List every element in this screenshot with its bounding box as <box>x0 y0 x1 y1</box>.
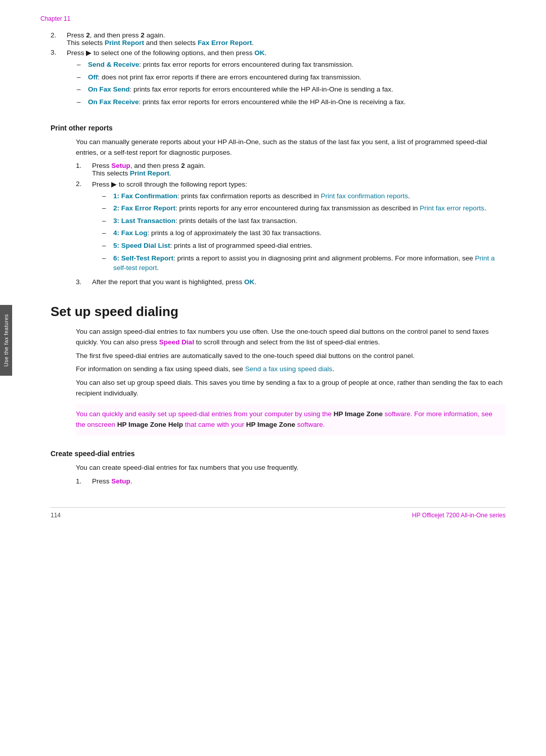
product-name: HP Officejet 7200 All-in-One series <box>412 512 506 519</box>
bullet-off: – Off: does not print fax error reports … <box>77 72 506 82</box>
print-other-reports-heading: Print other reports <box>51 124 506 132</box>
speed-dialing-para2: The first five speed-dial entries are au… <box>76 351 506 362</box>
por-step-3: 3. After the report that you want is hig… <box>76 278 506 286</box>
speed-dialing-para3: For information on sending a fax using s… <box>76 364 506 375</box>
bullet-send-receive: – Send & Receive: prints fax error repor… <box>77 60 506 70</box>
print-other-reports-intro: You can manually generate reports about … <box>51 137 506 158</box>
report-speed-dial-list: – 5: Speed Dial List: prints a list of p… <box>102 241 506 251</box>
step-2-text: Press 2, and then press 2 again. <box>67 31 165 39</box>
report-last-transaction: – 3: Last Transaction: prints details of… <box>102 216 506 226</box>
bullet-on-fax-receive: – On Fax Receive: prints fax error repor… <box>77 97 506 107</box>
report-types-list: – 1: Fax Confirmation: prints fax confir… <box>102 191 506 273</box>
report-fax-error: – 2: Fax Error Report: prints reports fo… <box>102 203 506 213</box>
options-list: – Send & Receive: prints fax error repor… <box>77 60 506 107</box>
step-2-number: 2. <box>51 31 67 47</box>
step-2-sub: This selects Print Report and then selec… <box>67 39 254 47</box>
footer: 114 HP Officejet 7200 All-in-One series <box>51 507 506 519</box>
create-speed-dial-heading: Create speed-dial entries <box>51 450 506 458</box>
bullet-on-fax-send: – On Fax Send: prints fax error reports … <box>77 84 506 95</box>
step-3-text: Press ▶ to select one of the following o… <box>67 49 266 57</box>
speed-dialing-para1: You can assign speed-dial entries to fax… <box>76 327 506 348</box>
speed-dialing-heading: Set up speed dialing <box>51 304 506 320</box>
create-speed-dial-intro: You can create speed-dial entries for fa… <box>76 463 506 473</box>
step-3-content: Press ▶ to select one of the following o… <box>67 49 506 110</box>
sidebar-tab: Use the fax features <box>0 305 12 376</box>
report-fax-log: – 4: Fax Log: prints a log of approximat… <box>102 228 506 238</box>
report-fax-confirm: – 1: Fax Confirmation: prints fax confir… <box>102 191 506 201</box>
report-self-test: – 6: Self-Test Report: prints a report t… <box>102 253 506 273</box>
step-2: 2. Press 2, and then press 2 again. This… <box>51 31 506 47</box>
speed-dialing-para4: You can also set up group speed dials. T… <box>76 378 506 399</box>
por-step-1: 1. Press Setup, and then press 2 again. … <box>76 162 506 177</box>
step-3: 3. Press ▶ to select one of the followin… <box>51 49 506 110</box>
create-step-1: 1. Press Setup. <box>76 476 506 487</box>
step-3-number: 3. <box>51 49 67 110</box>
por-step-2: 2. Press ▶ to scroll through the followi… <box>76 180 506 276</box>
chapter-label: Chapter 11 <box>40 15 506 22</box>
page-number: 114 <box>51 512 61 519</box>
info-box: You can quickly and easily set up speed-… <box>76 404 506 435</box>
step-2-content: Press 2, and then press 2 again. This se… <box>67 31 506 47</box>
